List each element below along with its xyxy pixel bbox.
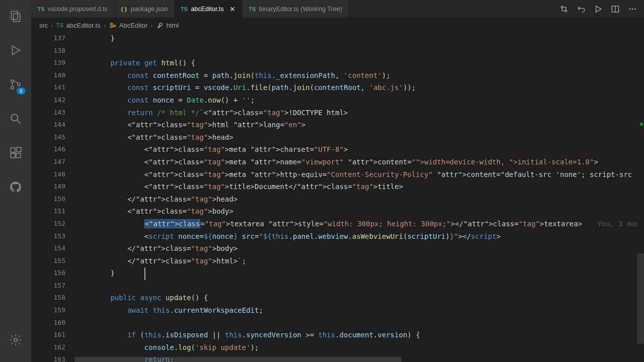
more-actions-icon[interactable]: [628, 5, 637, 14]
ts-file-icon: TS: [249, 5, 256, 13]
ts-file-icon: TS: [37, 5, 45, 13]
tab-package-json[interactable]: { } package.json: [114, 0, 175, 18]
ts-file-icon: TS: [181, 5, 188, 13]
close-icon[interactable]: [229, 6, 236, 13]
svg-marker-2: [13, 46, 20, 54]
tabs-bar: TS vscode.proposed.d.ts { } package.json…: [31, 0, 644, 18]
compare-changes-icon[interactable]: [559, 5, 569, 14]
breadcrumbs[interactable]: src › TS abcEditor.ts › AbcEditor › html: [31, 18, 644, 32]
settings-gear-icon[interactable]: [4, 328, 28, 352]
json-file-icon: { }: [120, 5, 128, 13]
breadcrumb-member[interactable]: html: [167, 22, 179, 29]
editor-area[interactable]: 1371381391401411421431441451461471481491…: [31, 32, 644, 362]
explorer-icon[interactable]: [4, 4, 28, 28]
glyph-margin: [31, 32, 39, 362]
breadcrumb-class[interactable]: AbcEditor: [119, 22, 147, 29]
chevron-right-icon: ›: [150, 22, 152, 29]
run-debug-icon[interactable]: [4, 38, 28, 62]
source-control-icon[interactable]: 6: [4, 72, 28, 97]
svg-point-16: [565, 10, 567, 12]
svg-point-5: [18, 83, 20, 85]
minimap[interactable]: [637, 32, 644, 362]
tab-abc-editor[interactable]: TS abcEditor.ts: [175, 0, 243, 18]
editor-main: TS vscode.proposed.d.ts { } package.json…: [31, 0, 644, 362]
svg-point-3: [11, 80, 14, 82]
line-numbers: 1371381391401411421431441451461471481491…: [39, 32, 74, 362]
activity-bar: 6: [0, 0, 31, 362]
minimap-scroll-thumb[interactable]: [637, 253, 644, 344]
svg-line-7: [17, 120, 21, 124]
tab-label: package.json: [131, 6, 168, 13]
svg-rect-1: [14, 14, 20, 22]
search-icon[interactable]: [4, 107, 28, 131]
svg-point-20: [629, 8, 630, 10]
scm-badge: 6: [17, 87, 26, 95]
extensions-icon[interactable]: [4, 141, 28, 165]
svg-rect-9: [11, 153, 15, 158]
tab-label: vscode.proposed.d.ts: [48, 6, 108, 13]
svg-point-21: [632, 8, 633, 10]
go-back-icon[interactable]: [577, 5, 586, 14]
overview-ruler-mark: [640, 123, 643, 126]
tab-vscode-proposed[interactable]: TS vscode.proposed.d.ts: [31, 0, 114, 18]
property-symbol-icon: [156, 22, 164, 29]
chevron-right-icon: ›: [104, 22, 106, 29]
svg-point-4: [11, 86, 14, 89]
horizontal-scrollbar[interactable]: [74, 357, 401, 362]
github-icon[interactable]: [4, 175, 28, 199]
chevron-right-icon: ›: [51, 22, 53, 29]
svg-rect-11: [17, 147, 21, 152]
svg-point-12: [14, 338, 18, 342]
svg-rect-10: [16, 153, 21, 158]
svg-rect-0: [11, 11, 18, 19]
run-icon[interactable]: [594, 5, 603, 14]
tab-label: abcEditor.ts: [191, 6, 224, 13]
svg-point-15: [561, 6, 563, 8]
breadcrumb-folder[interactable]: src: [39, 22, 48, 29]
breadcrumb-file[interactable]: abcEditor.ts: [66, 22, 101, 29]
split-editor-icon[interactable]: [611, 5, 620, 14]
svg-marker-17: [596, 6, 602, 12]
svg-point-22: [634, 8, 636, 10]
class-symbol-icon: [109, 22, 116, 29]
tab-binary-editor[interactable]: TS binaryEditor.ts (Working Tree): [243, 0, 349, 18]
tab-actions: [552, 0, 644, 18]
code-content[interactable]: } private get html() { const contentRoot…: [74, 32, 644, 362]
ts-file-icon: TS: [56, 22, 63, 28]
svg-rect-8: [11, 148, 15, 152]
tab-label: binaryEditor.ts (Working Tree): [259, 6, 342, 13]
svg-point-6: [11, 114, 18, 121]
